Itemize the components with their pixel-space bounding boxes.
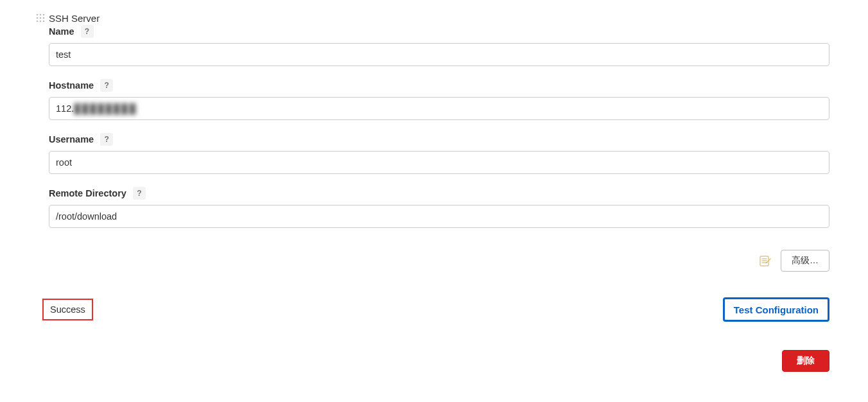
svg-point-0	[37, 13, 39, 15]
help-icon[interactable]: ?	[81, 25, 94, 38]
advanced-button[interactable]: 高级…	[781, 250, 829, 272]
hostname-visible-prefix: 112.	[56, 103, 74, 114]
field-label-username: Username	[49, 134, 94, 144]
remote-directory-input[interactable]	[49, 205, 829, 228]
section-header: SSH Server	[36, 13, 829, 24]
svg-point-1	[40, 13, 42, 15]
status-row: Success Test Configuration	[36, 297, 829, 322]
delete-row: 删除	[36, 350, 829, 372]
field-group-name: Name ?	[36, 25, 829, 66]
delete-button[interactable]: 删除	[782, 350, 829, 372]
hostname-input[interactable]: 112. ████████	[49, 97, 829, 120]
field-label-remote-directory: Remote Directory	[49, 188, 126, 198]
svg-point-6	[37, 20, 39, 22]
section-title: SSH Server	[49, 13, 100, 24]
svg-point-4	[40, 17, 42, 19]
name-input[interactable]	[49, 43, 829, 66]
field-label-name: Name	[49, 26, 74, 37]
field-label-hostname: Hostname	[49, 80, 94, 91]
field-group-remote-directory: Remote Directory ?	[36, 187, 829, 228]
test-configuration-button[interactable]: Test Configuration	[723, 297, 829, 322]
advanced-row: 高级…	[36, 250, 829, 272]
help-icon[interactable]: ?	[133, 187, 146, 200]
svg-point-8	[43, 20, 45, 22]
svg-point-5	[43, 17, 45, 19]
field-group-hostname: Hostname ? 112. ████████	[36, 79, 829, 120]
notepad-icon[interactable]	[759, 254, 772, 267]
svg-point-7	[40, 20, 42, 22]
svg-point-2	[43, 13, 45, 15]
drag-handle-icon[interactable]	[36, 13, 45, 22]
svg-point-3	[37, 17, 39, 19]
field-group-username: Username ?	[36, 133, 829, 174]
status-badge: Success	[42, 299, 93, 320]
help-icon[interactable]: ?	[100, 133, 113, 146]
hostname-redacted-part: ████████	[74, 103, 137, 114]
help-icon[interactable]: ?	[100, 79, 113, 92]
username-input[interactable]	[49, 151, 829, 174]
